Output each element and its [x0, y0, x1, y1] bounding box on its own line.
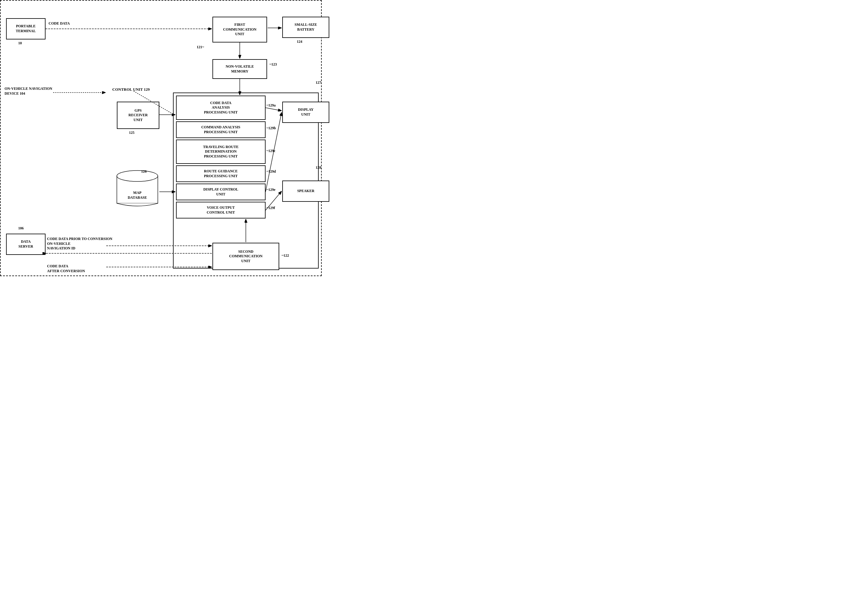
gps-receiver-box: GPS RECEIVER UNIT [117, 101, 159, 129]
non-volatile-memory-label: NON-VOLATILE MEMORY [226, 64, 254, 74]
control-unit-label: CONTROL UNIT 129 [112, 87, 150, 92]
display-control-box: DISPLAY CONTROL UNIT [176, 184, 266, 200]
small-size-battery-id: 124 [297, 40, 302, 44]
route-guidance-id: ~129d [266, 169, 276, 174]
traveling-route-box: TRAVELING ROUTE DETERMINATION PROCESSING… [176, 140, 266, 164]
traveling-route-label: TRAVELING ROUTE DETERMINATION PROCESSING… [203, 145, 238, 159]
portable-terminal-id: 10 [18, 41, 22, 46]
code-data-analysis-id: ~129a [266, 103, 276, 108]
command-analysis-box: COMMAND ANALYSIS PROCESSING UNIT [176, 121, 266, 138]
non-volatile-memory-id: ~123 [269, 62, 277, 67]
non-volatile-memory-box: NON-VOLATILE MEMORY [212, 59, 267, 79]
display-unit-box: DISPLAY UNIT [282, 101, 329, 123]
display-unit-id: 127 [316, 80, 321, 85]
route-guidance-box: ROUTE GUIDANCE PROCESSING UNIT [176, 165, 266, 182]
command-analysis-id: ~129b [266, 126, 276, 131]
second-comm-unit-id: ~122 [282, 253, 289, 258]
map-database-label: MAPDATABASE [115, 190, 159, 200]
voice-output-box: VOICE OUTPUT CONTROL UNIT [176, 202, 266, 218]
code-data-analysis-label: CODE DATA ANALYSIS PROCESSING UNIT [204, 101, 238, 115]
small-size-battery-label: SMALL-SIZE BATTERY [294, 23, 317, 32]
speaker-label: SPEAKER [297, 189, 315, 194]
command-analysis-label: COMMAND ANALYSIS PROCESSING UNIT [201, 125, 240, 134]
first-comm-unit-box: FIRST COMMUNICATION UNIT [212, 17, 267, 43]
speaker-id: 128 [316, 165, 321, 170]
on-vehicle-device-label: ON-VEHICLE NAVIGATIONDEVICE 104 [5, 86, 52, 96]
display-unit-label: DISPLAY UNIT [298, 108, 314, 117]
data-server-label: DATA SERVER [18, 240, 33, 249]
portable-terminal-label: PORTABLE TERMINAL [16, 24, 36, 33]
code-data-prior-label: CODE DATA PRIOR TO CONVERSIONON-VEHICLEN… [47, 236, 112, 251]
code-data-analysis-box: CODE DATA ANALYSIS PROCESSING UNIT [176, 95, 266, 120]
display-control-id: ~129e [266, 187, 276, 192]
first-comm-unit-id: 121~ [197, 45, 204, 50]
voice-output-label: VOICE OUTPUT CONTROL UNIT [207, 206, 235, 215]
traveling-route-id: ~129c [266, 149, 276, 154]
voice-output-id: ~129f [266, 206, 275, 210]
first-comm-unit-label: FIRST COMMUNICATION UNIT [223, 23, 257, 37]
map-database-id: 126 [141, 169, 147, 174]
map-database-container: MAPDATABASE [115, 168, 159, 208]
data-server-id: 106 [18, 226, 24, 231]
code-data-after-label: CODE DATAAFTER CONVERSION [47, 264, 85, 273]
small-size-battery-box: SMALL-SIZE BATTERY [282, 17, 329, 38]
second-comm-unit-box: SECOND COMMUNICATION UNIT [212, 243, 279, 270]
svg-point-1 [117, 170, 158, 181]
gps-receiver-id: 125 [129, 131, 134, 135]
code-data-label: CODE DATA [49, 21, 70, 26]
data-server-box: DATA SERVER [6, 233, 46, 255]
route-guidance-label: ROUTE GUIDANCE PROCESSING UNIT [204, 169, 238, 178]
gps-receiver-label: GPS RECEIVER UNIT [128, 108, 147, 123]
display-control-label: DISPLAY CONTROL UNIT [203, 187, 238, 197]
speaker-box: SPEAKER [282, 181, 329, 202]
map-database-cylinder-svg [115, 168, 159, 208]
second-comm-unit-label: SECOND COMMUNICATION UNIT [229, 249, 263, 264]
portable-terminal-box: PORTABLE TERMINAL [6, 18, 46, 40]
